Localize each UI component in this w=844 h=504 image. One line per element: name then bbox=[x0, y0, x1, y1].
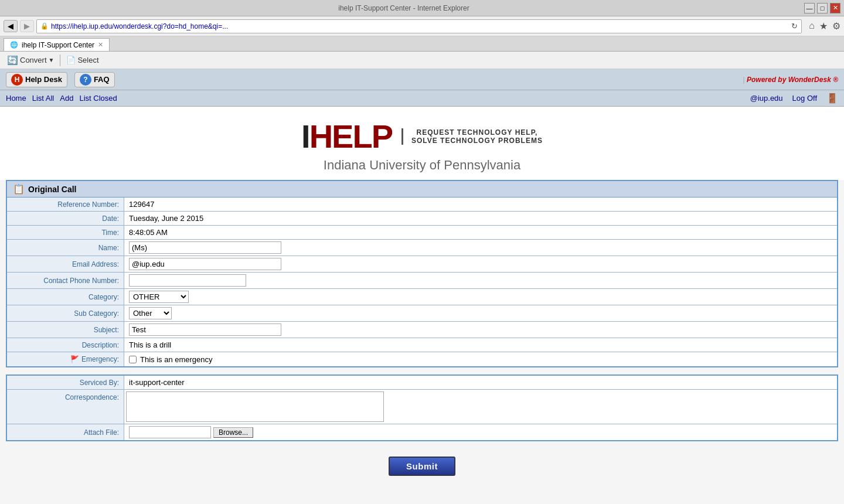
help-desk-button[interactable]: H Help Desk bbox=[6, 72, 67, 87]
tab-close-button[interactable]: ✕ bbox=[98, 41, 103, 49]
emergency-checkbox-row: This is an emergency bbox=[129, 355, 213, 364]
submit-area: Submit bbox=[6, 448, 838, 484]
attach-file-row: Attach File: Browse... bbox=[7, 424, 837, 440]
active-tab[interactable]: 🌐 ihelp IT-Support Center ✕ bbox=[4, 38, 110, 51]
reference-label: Reference Number: bbox=[7, 197, 124, 211]
name-input[interactable] bbox=[129, 241, 281, 254]
subject-value bbox=[124, 322, 837, 338]
time-value: 8:48:05 AM bbox=[124, 226, 837, 239]
breadcrumb-add[interactable]: Add bbox=[60, 94, 73, 103]
attach-file-label: Attach File: bbox=[7, 424, 124, 440]
browse-button[interactable]: Browse... bbox=[213, 427, 253, 438]
original-call-header: 📋 Original Call bbox=[7, 181, 837, 197]
email-label: Email Address: bbox=[7, 256, 124, 272]
minimize-button[interactable]: — bbox=[804, 3, 815, 13]
breadcrumb-list-all[interactable]: List All bbox=[32, 94, 55, 103]
date-value: Tuesday, June 2 2015 bbox=[124, 212, 837, 225]
select-toolbar-item[interactable]: 📄 Select bbox=[63, 55, 102, 66]
help-desk-icon: H bbox=[11, 74, 23, 86]
subcategory-select[interactable]: Other General Issue bbox=[129, 307, 172, 319]
faq-button[interactable]: ? FAQ bbox=[74, 72, 115, 87]
correspondence-textarea[interactable] bbox=[126, 391, 384, 422]
close-button[interactable]: ✕ bbox=[830, 3, 840, 13]
select-icon: 📄 bbox=[66, 56, 76, 64]
breadcrumb-log-off[interactable]: Log Off bbox=[792, 94, 817, 103]
email-row: Email Address: bbox=[7, 256, 837, 273]
serviced-by-label: Serviced By: bbox=[7, 376, 124, 389]
powered-by-text: Powered by WonderDesk ® bbox=[747, 76, 838, 84]
address-bar[interactable]: 🔒 https://ihelp.iup.edu/wonderdesk.cgi?d… bbox=[36, 19, 802, 33]
home-nav-icon[interactable]: ⌂ bbox=[809, 21, 815, 32]
category-select[interactable]: OTHER HARDWARE SOFTWARE NETWORK bbox=[129, 291, 189, 303]
select-label: Select bbox=[77, 56, 98, 64]
site-nav-bar: H Help Desk ? FAQ | Powered by WonderDes… bbox=[0, 69, 844, 90]
settings-icon[interactable]: ⚙ bbox=[832, 21, 840, 32]
service-section: Serviced By: it-support-center Correspon… bbox=[6, 374, 838, 441]
site-nav-left: H Help Desk ? FAQ bbox=[6, 72, 115, 87]
date-row: Date: Tuesday, June 2 2015 bbox=[7, 212, 837, 226]
name-label: Name: bbox=[7, 240, 124, 256]
tab-favicon: 🌐 bbox=[10, 41, 18, 49]
subject-row: Subject: bbox=[7, 322, 837, 338]
refresh-icon[interactable]: ↻ bbox=[791, 22, 798, 30]
correspondence-label: Correspondence: bbox=[7, 390, 124, 424]
submit-button[interactable]: Submit bbox=[389, 457, 455, 476]
university-name: Indiana University of Pennsylvania bbox=[0, 158, 844, 173]
main-area: 📋 Original Call Reference Number: 129647… bbox=[0, 180, 844, 490]
page-content: H Help Desk ? FAQ | Powered by WonderDes… bbox=[0, 69, 844, 504]
phone-value bbox=[124, 273, 837, 288]
subcategory-value: Other General Issue bbox=[124, 305, 837, 321]
back-button[interactable]: ◀ bbox=[4, 20, 18, 32]
subject-label: Subject: bbox=[7, 322, 124, 338]
window-controls: — □ ✕ bbox=[804, 3, 840, 13]
phone-input[interactable] bbox=[129, 274, 246, 287]
correspondence-row: Correspondence: bbox=[7, 390, 837, 424]
address-text: https://ihelp.iup.edu/wonderdesk.cgi?do=… bbox=[51, 22, 791, 30]
logo-tagline: REQUEST TECHNOLOGY HELP, SOLVE TECHNOLOG… bbox=[401, 128, 543, 145]
date-label: Date: bbox=[7, 212, 124, 225]
email-input[interactable] bbox=[129, 258, 281, 270]
browser-nav-icons: ⌂ ★ ⚙ bbox=[809, 21, 840, 32]
logo-area: I HELP REQUEST TECHNOLOGY HELP, SOLVE TE… bbox=[0, 107, 844, 180]
subject-input[interactable] bbox=[129, 323, 281, 336]
description-value: This is a drill bbox=[124, 338, 837, 352]
reference-row: Reference Number: 129647 bbox=[7, 197, 837, 212]
emergency-checkbox[interactable] bbox=[129, 356, 137, 363]
breadcrumb-email[interactable]: @iup.edu bbox=[750, 94, 783, 103]
original-call-section: 📋 Original Call Reference Number: 129647… bbox=[6, 180, 838, 367]
faq-icon: ? bbox=[80, 74, 91, 86]
category-value: OTHER HARDWARE SOFTWARE NETWORK bbox=[124, 289, 837, 305]
forward-button[interactable]: ▶ bbox=[20, 20, 34, 32]
site-nav-right: | Powered by WonderDesk ® bbox=[743, 76, 838, 84]
category-row: Category: OTHER HARDWARE SOFTWARE NETWOR… bbox=[7, 289, 837, 305]
faq-label: FAQ bbox=[94, 75, 110, 84]
log-off-icon: 🚪 bbox=[826, 93, 838, 104]
correspondence-value bbox=[124, 390, 837, 424]
tab-label: ihelp IT-Support Center bbox=[22, 41, 94, 49]
favorites-icon[interactable]: ★ bbox=[819, 21, 828, 32]
breadcrumb-right: @iup.edu Log Off 🚪 bbox=[750, 93, 838, 104]
tagline-line2: SOLVE TECHNOLOGY PROBLEMS bbox=[411, 137, 543, 145]
serviced-by-value: it-support-center bbox=[124, 376, 837, 389]
convert-dropdown-icon[interactable]: ▼ bbox=[49, 57, 55, 63]
attach-file-value: Browse... bbox=[124, 424, 837, 440]
reference-value: 129647 bbox=[124, 197, 837, 211]
maximize-button[interactable]: □ bbox=[817, 3, 828, 13]
browser-tab-bar: 🌐 ihelp IT-Support Center ✕ bbox=[0, 36, 844, 52]
convert-icon: 🔄 bbox=[7, 55, 18, 66]
emergency-row: 🚩 Emergency: This is an emergency bbox=[7, 352, 837, 366]
emergency-value: This is an emergency bbox=[124, 352, 837, 366]
emergency-checkbox-label: This is an emergency bbox=[140, 355, 213, 364]
breadcrumb-bar: Home List All Add List Closed @iup.edu L… bbox=[0, 90, 844, 107]
lock-icon: 🔒 bbox=[40, 22, 49, 30]
convert-toolbar-item[interactable]: 🔄 Convert ▼ bbox=[4, 54, 57, 67]
name-value bbox=[124, 240, 837, 256]
convert-label: Convert bbox=[20, 56, 47, 64]
browser-nav-bar: ◀ ▶ 🔒 https://ihelp.iup.edu/wonderdesk.c… bbox=[0, 16, 844, 36]
emergency-flag-icon: 🚩 bbox=[70, 355, 79, 363]
breadcrumb-list-closed[interactable]: List Closed bbox=[79, 94, 117, 103]
browser-title-text: ihelp IT-Support Center - Internet Explo… bbox=[4, 4, 804, 12]
breadcrumb-home[interactable]: Home bbox=[6, 94, 26, 103]
email-value bbox=[124, 256, 837, 272]
file-path-input[interactable] bbox=[129, 426, 211, 438]
